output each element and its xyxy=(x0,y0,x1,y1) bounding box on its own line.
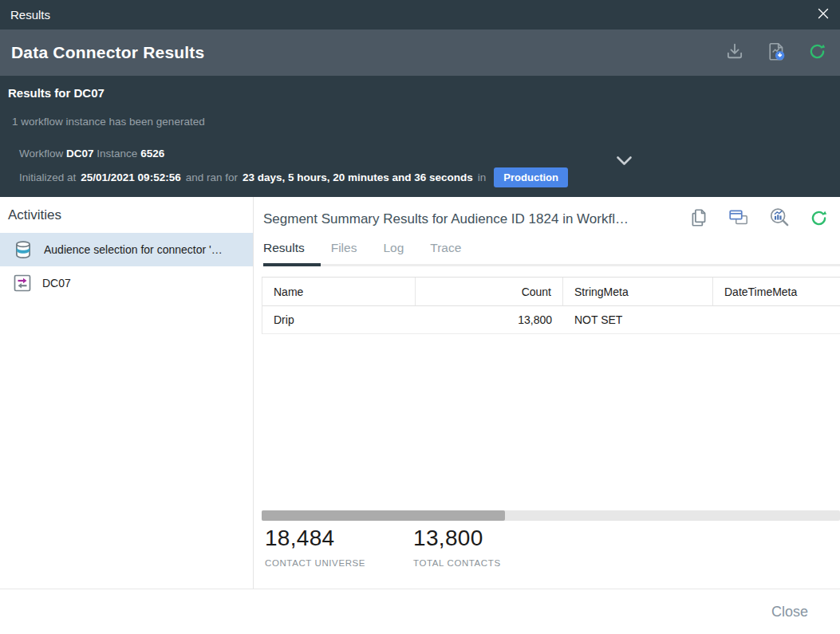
close-dialog-button[interactable]: Close xyxy=(771,604,808,620)
refresh-icon xyxy=(807,41,827,64)
refresh-results-button[interactable] xyxy=(809,208,829,230)
sidebar-item-dc07[interactable]: DC07 xyxy=(0,266,253,300)
report-schedule-icon xyxy=(765,41,787,65)
download-button[interactable] xyxy=(724,41,745,65)
results-table: Name Count StringMeta DateTimeMeta Drip … xyxy=(262,277,840,510)
total-contacts-label: TOTAL CONTACTS xyxy=(413,558,501,568)
contact-universe-stat: 18,484 CONTACT UNIVERSE xyxy=(265,526,365,568)
table-row[interactable]: Drip 13,800 NOT SET xyxy=(262,306,840,334)
generated-note: 1 workflow instance has been generated xyxy=(12,116,205,128)
page-title: Data Connector Results xyxy=(11,43,724,62)
column-header-stringmeta: StringMeta xyxy=(563,278,713,306)
results-tabs: Results Files Log Trace xyxy=(263,239,840,266)
total-contacts-value: 13,800 xyxy=(413,526,501,551)
dialog-title: Results xyxy=(10,8,50,22)
copy-results-button[interactable] xyxy=(688,207,709,230)
sidebar-item-label: Audience selection for connector '… xyxy=(44,243,223,256)
connector-icon xyxy=(13,274,32,293)
initialized-datetime: 25/01/2021 09:52:56 xyxy=(81,171,180,183)
duplicate-view-icon xyxy=(728,207,750,230)
cell-datetimemeta xyxy=(713,306,840,334)
download-icon xyxy=(724,41,745,65)
inspect-results-button[interactable] xyxy=(768,207,791,231)
initialized-line: Initialized at 25/01/2021 09:52:56 and r… xyxy=(19,167,568,187)
chevron-down-icon xyxy=(616,156,633,168)
workflow-name: DC07 xyxy=(66,148,94,159)
dialog-titlebar: Results xyxy=(0,0,840,30)
instance-label: Instance xyxy=(97,148,137,159)
sidebar-item-audience-selection[interactable]: Audience selection for connector '… xyxy=(0,233,253,266)
column-header-name: Name xyxy=(262,278,416,306)
cell-count: 13,800 xyxy=(416,306,563,334)
in-label: in xyxy=(478,171,487,183)
expand-workflow-button[interactable] xyxy=(616,156,633,168)
refresh-icon xyxy=(809,208,829,230)
contact-universe-value: 18,484 xyxy=(265,526,365,551)
segment-panel-header: Segment Summary Results for Audience ID … xyxy=(263,207,829,231)
cell-name: Drip xyxy=(262,306,416,334)
report-schedule-button[interactable] xyxy=(765,41,787,65)
workflow-label: Workflow xyxy=(19,148,63,159)
cell-stringmeta: NOT SET xyxy=(563,306,713,334)
table-header-row: Name Count StringMeta DateTimeMeta xyxy=(262,278,840,306)
instance-id: 6526 xyxy=(140,148,164,159)
summary-stats: 18,484 CONTACT UNIVERSE 13,800 TOTAL CON… xyxy=(265,526,501,568)
sidebar-item-label: DC07 xyxy=(42,277,71,289)
results-dialog: Results Data Connector Results xyxy=(0,0,840,634)
initialized-label: Initialized at xyxy=(19,171,76,183)
duplicate-view-button[interactable] xyxy=(728,207,750,230)
ran-for-label: and ran for xyxy=(186,171,238,183)
segment-panel-title: Segment Summary Results for Audience ID … xyxy=(263,211,688,227)
horizontal-scrollbar[interactable] xyxy=(262,510,840,521)
copy-icon xyxy=(688,207,709,230)
database-icon xyxy=(13,239,34,260)
dialog-footer: Close xyxy=(0,589,840,634)
tab-log[interactable]: Log xyxy=(383,239,404,266)
environment-badge: Production xyxy=(494,167,568,187)
column-header-datetimemeta: DateTimeMeta xyxy=(713,278,840,306)
total-contacts-stat: 13,800 TOTAL CONTACTS xyxy=(413,526,501,568)
close-button[interactable] xyxy=(817,7,830,22)
segment-results-panel: Segment Summary Results for Audience ID … xyxy=(254,197,840,589)
contact-universe-label: CONTACT UNIVERSE xyxy=(265,558,365,568)
tab-trace[interactable]: Trace xyxy=(430,239,461,266)
close-icon xyxy=(817,7,830,22)
workflow-instance-line: Workflow DC07 Instance 6526 xyxy=(19,148,164,159)
panel-header-bar: Data Connector Results xyxy=(0,30,840,76)
run-duration: 23 days, 5 hours, 20 minutes and 36 seco… xyxy=(243,171,473,183)
activities-sidebar: Activities Audience selection for connec… xyxy=(0,197,254,589)
refresh-button[interactable] xyxy=(807,41,827,64)
activities-heading: Activities xyxy=(8,207,253,223)
tab-files[interactable]: Files xyxy=(331,239,357,266)
results-for-heading: Results for DC07 xyxy=(8,86,105,100)
tab-results[interactable]: Results xyxy=(263,239,305,266)
inspect-results-icon xyxy=(768,207,791,231)
column-header-count: Count xyxy=(416,278,563,306)
scrollbar-thumb[interactable] xyxy=(262,510,505,521)
workflow-summary-section: Results for DC07 1 workflow instance has… xyxy=(0,76,840,197)
